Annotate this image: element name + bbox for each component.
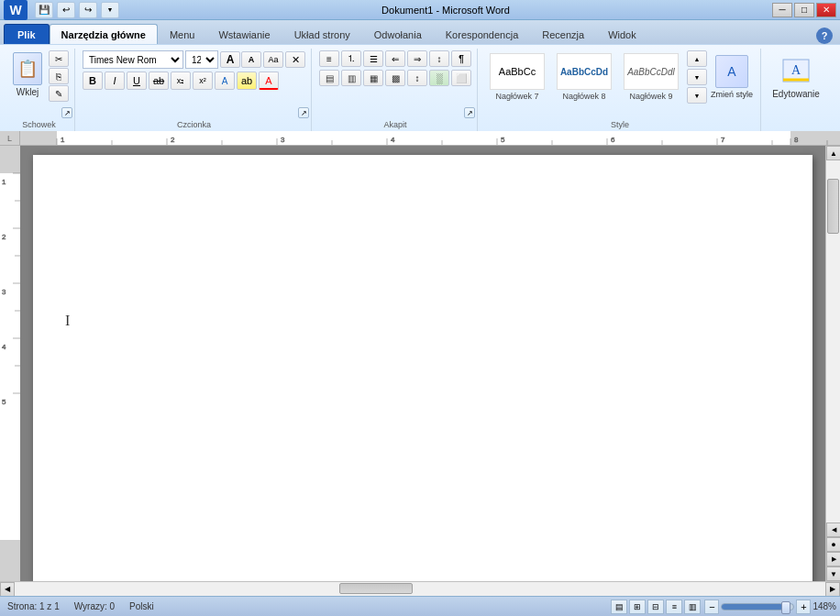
editing-icon: A <box>778 52 814 89</box>
print-layout-button[interactable]: ▤ <box>611 600 627 614</box>
outline-view-button[interactable]: ≡ <box>666 600 682 614</box>
subscript-button[interactable]: x₂ <box>171 72 191 90</box>
tab-insert[interactable]: Wstawianie <box>206 24 282 44</box>
style-normal-label: Nagłówek 7 <box>495 92 538 101</box>
bold-button[interactable]: B <box>83 72 103 90</box>
scroll-select-browse-button[interactable]: ● <box>826 537 840 552</box>
help-button[interactable]: ? <box>816 28 833 44</box>
close-button[interactable]: ✕ <box>816 3 836 17</box>
paste-icon: 📋 <box>13 52 42 85</box>
scroll-next-page-button[interactable]: ▶ <box>826 552 840 566</box>
zoom-out-button[interactable]: − <box>704 600 719 614</box>
full-screen-button[interactable]: ⊞ <box>629 600 646 614</box>
bullet-list-button[interactable]: ≡ <box>319 50 339 67</box>
font-size-select[interactable]: 12 <box>185 50 218 69</box>
font-family-select[interactable]: Times New Rom <box>83 50 183 69</box>
draft-view-button[interactable]: ▥ <box>684 600 701 614</box>
tab-refs[interactable]: Odwołania <box>362 24 434 44</box>
shading-button[interactable]: ░ <box>429 70 449 86</box>
numbered-list-button[interactable]: ⒈ <box>341 50 361 67</box>
svg-text:7: 7 <box>721 136 725 144</box>
minimize-button[interactable]: ─ <box>772 3 792 17</box>
document-page[interactable]: I <box>33 155 812 581</box>
zoom-slider-fill <box>722 604 782 610</box>
h-scroll-thumb[interactable] <box>339 583 413 594</box>
multilevel-list-button[interactable]: ☰ <box>363 50 383 67</box>
tab-layout[interactable]: Układ strony <box>282 24 362 44</box>
ruler-corner[interactable]: L <box>0 131 20 146</box>
clipboard-label: Schowek <box>22 120 56 129</box>
border-button[interactable]: ⬜ <box>451 70 471 86</box>
h-scroll-right-button[interactable]: ▶ <box>825 582 840 597</box>
ribbon-content: 📋 Wklej ✂ ⎘ ✎ Schowek ↗ <box>0 44 840 131</box>
style-heading9-label: Nagłówek 9 <box>629 92 672 101</box>
grow-font-button[interactable]: A <box>220 51 240 68</box>
highlight-color-button[interactable]: ab <box>237 72 257 90</box>
save-button[interactable]: 💾 <box>35 2 53 18</box>
undo-button[interactable]: ↩ <box>57 2 75 18</box>
maximize-button[interactable]: □ <box>794 3 814 17</box>
editing-button[interactable]: A Edytowanie <box>768 50 823 101</box>
zoom-in-button[interactable]: + <box>796 600 811 614</box>
clipboard-small-buttons: ✂ ⎘ ✎ <box>49 50 69 102</box>
styles-more-button[interactable]: ▼ <box>687 87 707 104</box>
sort-button[interactable]: ↕ <box>429 50 449 67</box>
paste-button[interactable]: 📋 Wklej <box>9 50 46 99</box>
clipboard-expand-button[interactable]: ↗ <box>61 107 72 118</box>
scroll-prev-page-button[interactable]: ◀ <box>826 522 840 537</box>
h-scroll-left-button[interactable]: ◀ <box>0 582 15 597</box>
redo-button[interactable]: ↪ <box>79 2 97 18</box>
justify-button[interactable]: ▩ <box>385 70 405 86</box>
h-scroll-track[interactable] <box>15 582 825 596</box>
strikethrough-button[interactable]: ab <box>149 72 169 90</box>
styles-scroll-down-button[interactable]: ▼ <box>687 69 707 85</box>
align-left-button[interactable]: ▤ <box>319 70 339 86</box>
underline-button[interactable]: U <box>127 72 147 90</box>
tab-home[interactable]: Narzędzia główne <box>50 24 158 44</box>
tab-review[interactable]: Recenzja <box>530 24 596 44</box>
increase-indent-button[interactable]: ⇒ <box>407 50 427 67</box>
scroll-down-button[interactable]: ▼ <box>826 566 840 581</box>
font-expand-button[interactable]: ↗ <box>298 107 309 118</box>
tab-mail[interactable]: Korespondencja <box>434 24 531 44</box>
style-heading8[interactable]: AaBbCcDd Nagłówek 8 <box>552 50 616 104</box>
scroll-track[interactable] <box>826 160 840 522</box>
superscript-button[interactable]: x² <box>193 72 213 90</box>
align-right-button[interactable]: ▦ <box>363 70 383 86</box>
page-indicator[interactable]: Strona: 1 z 1 <box>4 600 63 612</box>
format-painter-button[interactable]: ✎ <box>49 85 69 102</box>
word-count[interactable]: Wyrazy: 0 <box>71 600 118 612</box>
tab-menu[interactable]: Menu <box>158 24 207 44</box>
language-indicator[interactable]: Polski <box>126 600 158 612</box>
italic-button[interactable]: I <box>105 72 125 90</box>
styles-scroll-up-button[interactable]: ▲ <box>687 50 707 67</box>
svg-text:6: 6 <box>611 136 615 144</box>
clear-format-button[interactable]: ✕ <box>285 51 305 68</box>
decrease-indent-button[interactable]: ⇐ <box>385 50 405 67</box>
style-heading9[interactable]: AaBbCcDdl Nagłówek 9 <box>619 50 683 104</box>
tab-file[interactable]: Plik <box>4 24 50 44</box>
line-spacing-button[interactable]: ↕ <box>407 70 427 86</box>
zoom-slider-thumb[interactable] <box>781 601 790 614</box>
text-effect-button[interactable]: A <box>215 72 235 90</box>
status-bar: Strona: 1 z 1 Wyrazy: 0 Polski ▤ ⊞ ⊟ ≡ ▥… <box>0 596 840 616</box>
show-formatting-button[interactable]: ¶ <box>451 50 471 67</box>
font-color-button[interactable]: A <box>259 72 279 90</box>
copy-button[interactable]: ⎘ <box>49 68 69 84</box>
scroll-up-button[interactable]: ▲ <box>826 146 840 160</box>
svg-text:5: 5 <box>2 398 6 406</box>
align-center-button[interactable]: ▥ <box>341 70 361 86</box>
change-case-button[interactable]: Aa <box>263 51 283 68</box>
document-scroll-area[interactable]: I <box>20 146 825 581</box>
paragraph-expand-button[interactable]: ↗ <box>464 107 475 118</box>
cut-button[interactable]: ✂ <box>49 50 69 67</box>
zoom-level[interactable]: 148% <box>812 601 836 611</box>
scroll-thumb[interactable] <box>827 179 839 234</box>
style-normal[interactable]: AaBbCc Nagłówek 7 <box>485 50 549 104</box>
tab-view[interactable]: Widok <box>596 24 648 44</box>
web-layout-button[interactable]: ⊟ <box>647 600 664 614</box>
shrink-font-button[interactable]: A <box>241 51 261 68</box>
zoom-slider[interactable] <box>721 603 794 610</box>
change-styles-button[interactable]: A Zmień style <box>709 55 755 100</box>
qat-dropdown-button[interactable]: ▼ <box>101 2 119 18</box>
